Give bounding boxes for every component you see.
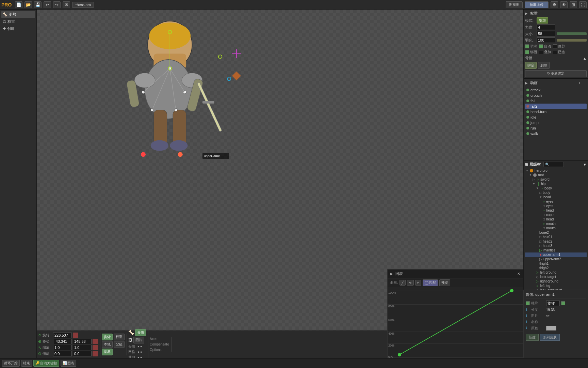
- overlay-checkbox[interactable]: [539, 50, 543, 54]
- email-btn[interactable]: ✉: [63, 1, 70, 8]
- bindmap-check[interactable]: 绑图: [525, 50, 537, 55]
- view-menu-btn[interactable]: 图视图: [506, 1, 523, 8]
- shear-y-input[interactable]: [73, 351, 92, 356]
- hier-filter-btn[interactable]: ▼: [583, 163, 587, 167]
- move-y-input[interactable]: [73, 339, 92, 344]
- edit-img-btn[interactable]: ✏: [546, 313, 550, 318]
- smooth-check[interactable]: 平滑: [525, 44, 537, 49]
- hier-head-img1[interactable]: ○ head: [525, 208, 587, 213]
- save-btn[interactable]: 💾: [34, 1, 42, 8]
- anim-item-walk[interactable]: walk: [525, 131, 587, 136]
- selected-check[interactable]: 已选: [553, 50, 565, 55]
- anim-item-fall[interactable]: fall: [525, 98, 587, 104]
- anim-item-attack[interactable]: attack: [525, 87, 587, 93]
- rotate-inherit-input[interactable]: [546, 301, 560, 306]
- hier-left-leg[interactable]: ▷ left-leg: [525, 283, 587, 288]
- bones-expand-btn[interactable]: ▲: [583, 56, 587, 60]
- undo-btn[interactable]: ↩: [44, 1, 51, 8]
- weight-tool-btn[interactable]: ⚖ 权重: [1, 18, 35, 25]
- update-bind-btn[interactable]: ↻ 更新绑定: [525, 70, 587, 77]
- hier-eyes-img[interactable]: □ eyes: [525, 204, 587, 208]
- hier-mouth-img[interactable]: □ mouth: [525, 226, 587, 230]
- scale-y-input[interactable]: [73, 345, 92, 350]
- graph-view-btn[interactable]: 📊 图表: [61, 360, 76, 367]
- move-x-input[interactable]: [53, 339, 72, 344]
- hier-mouth-group[interactable]: ○ mouth: [525, 221, 587, 226]
- auto-key-btn[interactable]: 🔑 自动关键帧: [33, 360, 59, 367]
- hier-upper-arm1[interactable]: ● upper-arm1: [525, 252, 587, 257]
- hier-search-input[interactable]: [543, 162, 564, 167]
- create-tool-btn[interactable]: ✚ 创建: [1, 25, 35, 32]
- pose-mode-btn[interactable]: 姿势: [102, 334, 113, 340]
- loop-end-btn[interactable]: 结束: [21, 360, 32, 367]
- add-to-skin-btn[interactable]: 加到皮肤: [540, 334, 560, 341]
- shear-x-input[interactable]: [53, 351, 72, 356]
- local-coord-btn[interactable]: 本地: [102, 341, 113, 348]
- anim-settings-btn[interactable]: ⋯: [583, 80, 587, 86]
- img-btn[interactable]: 图片: [133, 337, 144, 343]
- overlay-check[interactable]: 叠加: [539, 50, 551, 55]
- match-btn[interactable]: ◯ 匹配: [423, 279, 438, 286]
- hier-left-ground[interactable]: ▷ left-ground: [525, 270, 587, 275]
- color-picker[interactable]: [546, 326, 556, 331]
- hier-head2[interactable]: □ head2: [525, 239, 587, 244]
- size-input[interactable]: [537, 31, 555, 36]
- auto-checkbox[interactable]: [539, 44, 543, 48]
- weight-mode-btn[interactable]: 权重: [114, 334, 125, 340]
- trim-checkbox[interactable]: [553, 44, 557, 48]
- strength-input[interactable]: [537, 25, 555, 30]
- remove-btn[interactable]: 删除: [538, 62, 550, 69]
- pose-tool-btn[interactable]: 🦴 姿势: [1, 11, 35, 18]
- size-slider[interactable]: [557, 32, 587, 35]
- title-tab[interactable]: *hero-pro: [72, 2, 94, 8]
- rotate-inherit-checkbox[interactable]: [561, 301, 565, 305]
- auto-check[interactable]: 自动: [539, 44, 551, 49]
- hier-head3[interactable]: □ head3: [525, 244, 587, 248]
- hier-body-img[interactable]: □ body: [525, 190, 587, 195]
- mode-increase-btn[interactable]: 增加: [537, 17, 548, 24]
- trim-check[interactable]: 修剪: [553, 44, 565, 49]
- parent-coord-btn[interactable]: 父级: [114, 341, 125, 348]
- anim-item-jump[interactable]: jump: [525, 120, 587, 125]
- graph-close-btn[interactable]: ✕: [517, 272, 520, 276]
- anim-add-btn[interactable]: ＋: [577, 80, 582, 86]
- redo-btn[interactable]: ↪: [53, 1, 61, 8]
- feather-input[interactable]: [537, 37, 555, 43]
- weight-panel-menu[interactable]: ⋯: [583, 11, 587, 16]
- new-skin-btn[interactable]: 新建: [526, 334, 539, 341]
- rotate-value-input[interactable]: [53, 333, 72, 338]
- hier-eyes-group[interactable]: ○ eyes: [525, 199, 587, 204]
- bindmap-checkbox[interactable]: [525, 50, 529, 54]
- bone-btn[interactable]: 骨骼: [135, 329, 146, 336]
- selected-checkbox[interactable]: [553, 50, 557, 54]
- curve-linear-btn[interactable]: ╱: [399, 280, 406, 286]
- hier-body-group[interactable]: ▼ ├ body: [525, 186, 587, 190]
- hier-thigh2[interactable]: thigh2: [525, 266, 587, 270]
- loop-start-btn[interactable]: 循环开始: [2, 360, 20, 367]
- inherit-checkbox[interactable]: [526, 301, 530, 305]
- upload-btn[interactable]: 拾取上传: [525, 1, 549, 8]
- curve-step-btn[interactable]: ⌐: [415, 280, 421, 286]
- hier-bone2[interactable]: bone2: [525, 230, 587, 235]
- new-file-btn[interactable]: 📄: [15, 1, 22, 8]
- settings-icon-btn[interactable]: ⚙: [551, 1, 558, 8]
- open-file-btn[interactable]: 📂: [24, 1, 32, 8]
- anim-item-idle[interactable]: idle: [525, 114, 587, 120]
- grid-btn[interactable]: ⊞: [570, 1, 577, 8]
- display-btn[interactable]: 👁: [560, 1, 568, 8]
- hier-hair01[interactable]: □ hair01: [525, 235, 587, 239]
- anim-item-fall2[interactable]: fall2: [525, 104, 587, 109]
- scale-x-input[interactable]: [53, 345, 72, 350]
- curve-bezier-btn[interactable]: ∿: [407, 280, 414, 286]
- hier-head-bone[interactable]: ▼ head: [525, 195, 587, 199]
- smooth-checkbox[interactable]: [525, 44, 529, 48]
- anim-item-run[interactable]: run: [525, 125, 587, 131]
- preview-btn[interactable]: 预览: [439, 279, 450, 286]
- hier-look-target[interactable]: ◇ look-target: [525, 275, 587, 279]
- world-coord-btn[interactable]: 世界: [102, 349, 113, 355]
- hier-root[interactable]: ▼ root: [525, 173, 587, 177]
- hier-cape-img[interactable]: □ cape: [525, 213, 587, 217]
- hier-head-img2[interactable]: □ head: [525, 217, 587, 221]
- hier-hip[interactable]: ▼ ├ hip: [525, 182, 587, 186]
- fullscreen-btn[interactable]: ⛶: [579, 1, 587, 8]
